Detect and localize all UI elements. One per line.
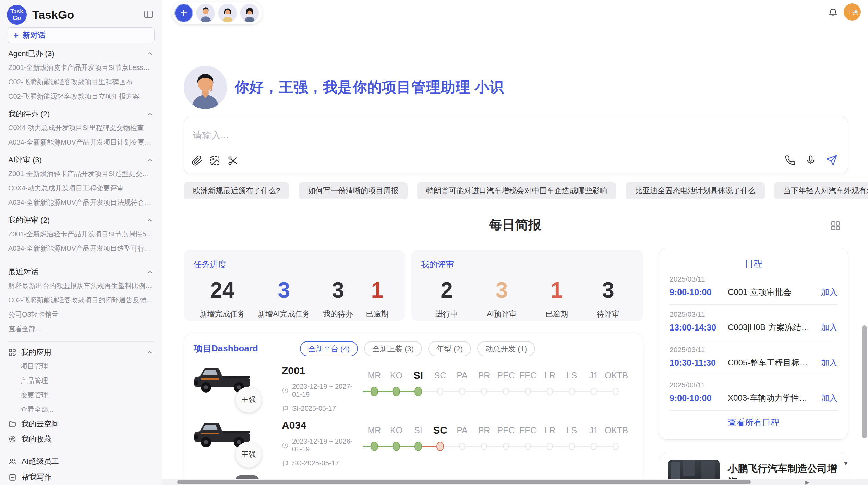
chevron-up-icon[interactable] <box>146 216 154 224</box>
dashboard-tab[interactable]: 年型 (2) <box>428 341 471 356</box>
join-link[interactable]: 加入 <box>821 287 837 298</box>
vertical-scrollbar-thumb[interactable] <box>862 325 867 438</box>
send-icon[interactable] <box>826 154 837 167</box>
milestone-label: LS <box>561 369 583 382</box>
schedule-row: 9:00-10:00C001-立项审批会加入 <box>670 287 837 298</box>
chevron-up-icon[interactable] <box>146 110 154 118</box>
sidebar-section-header[interactable]: Agent已办 (3) <box>8 49 154 59</box>
suggestion-chip[interactable]: 当下年轻人对汽车外观有怎样的喜好趋势 <box>774 182 868 199</box>
suggestion-chip[interactable]: 如何写一份清晰的项目周报 <box>299 182 408 199</box>
conversation-item[interactable]: Z001-全新燃油轻卡产品开发项目SI节点属性5D文件评审 <box>8 227 154 241</box>
milestone-dot <box>591 388 597 395</box>
chat-input[interactable] <box>192 130 707 141</box>
suggestion-chip[interactable]: 比亚迪全固态电池计划具体说了什么 <box>626 182 765 199</box>
milestone-track: MRKOSISCPAPRPECFECLRLSJ1OKTB <box>363 369 627 398</box>
attachment-icon[interactable] <box>192 155 203 167</box>
join-link[interactable]: 加入 <box>821 393 837 403</box>
project-flag-milestone: SC-2025-05-17 <box>282 459 361 467</box>
chevron-up-icon[interactable] <box>146 156 154 164</box>
conversation-item[interactable]: Z001-全新燃油轻卡产品开发项目SI造型提交物评审 <box>8 166 154 181</box>
dashboard-tab[interactable]: 动总开发 (1) <box>477 341 535 356</box>
app-title: TaskGo <box>32 8 142 22</box>
conversation-item[interactable]: Z001-全新燃油皮卡产品开发项目SI节点Lesson Learn报告 <box>8 60 154 75</box>
phone-call-icon[interactable] <box>785 155 796 167</box>
sidebar-item-cloud-space[interactable]: 我的云空间 <box>8 416 154 432</box>
stat-label: 已逾期 <box>545 309 568 319</box>
sidebar-section-header-apps[interactable]: 我的应用 <box>8 347 154 358</box>
project-row[interactable]: 王强Z0012023-12-19 ~ 2027-01-19SI-2025-05-… <box>184 360 643 415</box>
conversation-item[interactable]: A034-全新新能源MUV产品开发项目法规符合性评审 <box>8 195 154 210</box>
scroll-right-arrow[interactable]: ▶ <box>805 479 809 485</box>
sidebar-section-header[interactable]: 我的评审 (2) <box>8 215 154 225</box>
dashboard-title: 项目Dashboard <box>194 343 258 355</box>
dashboard-tab[interactable]: 全新上装 (3) <box>364 341 422 356</box>
join-link[interactable]: 加入 <box>821 322 837 333</box>
app-item[interactable]: 查看全部... <box>8 402 154 416</box>
bell-icon <box>828 13 838 19</box>
recent-conversation-item[interactable]: 查看全部... <box>8 322 154 336</box>
user-avatar[interactable]: 王强 <box>844 3 861 21</box>
milestone-cell <box>495 439 517 453</box>
image-upload-icon[interactable] <box>209 155 220 167</box>
new-chat-button[interactable]: + 新对话 <box>8 27 155 43</box>
project-dashboard-card: 项目Dashboard 全新平台 (4)全新上装 (3)年型 (2)动总开发 (… <box>184 334 643 485</box>
sidebar-section-header[interactable]: 最近对话 <box>8 267 154 277</box>
sidebar-section-header[interactable]: 我的待办 (2) <box>8 109 154 119</box>
chevron-up-icon[interactable] <box>146 268 154 276</box>
layout-grid-icon[interactable] <box>830 220 841 233</box>
favorites-label: 我的收藏 <box>21 432 51 447</box>
sidebar-item-ai-super-staff[interactable]: AI超级员工 <box>8 453 154 469</box>
milestone-cell <box>495 385 517 398</box>
app-item[interactable]: 项目管理 <box>8 359 154 373</box>
sidebar-collapse-button[interactable] <box>142 8 155 22</box>
my-review-title: 我的评审 <box>421 259 634 270</box>
conversation-item[interactable]: C02-飞腾新能源轻客改款项目立项汇报方案 <box>8 89 154 103</box>
recent-conversation-item[interactable]: 公司Q3轻卡销量 <box>8 307 154 322</box>
suggestion-chip[interactable]: 特朗普可能对进口汽车增税会对中国车企造成哪些影响 <box>417 182 616 199</box>
logo-text-bottom: Go <box>13 15 21 21</box>
view-all-schedule-link[interactable]: 查看所有日程 <box>670 417 837 428</box>
agent-avatar-2[interactable] <box>218 4 237 22</box>
dashboard-tab[interactable]: 全新平台 (4) <box>300 341 358 356</box>
sidebar-item-help-me-write[interactable]: 帮我写作 <box>8 469 154 485</box>
join-link[interactable]: 加入 <box>821 357 837 368</box>
recent-title: 最近对话 <box>8 267 146 277</box>
horizontal-scrollbar-thumb[interactable] <box>177 480 751 484</box>
suggestion-chip[interactable]: 欧洲新规最近颁布了什么? <box>184 182 289 199</box>
milestone-cell <box>583 439 605 453</box>
app-item[interactable]: 产品管理 <box>8 373 154 388</box>
microphone-icon[interactable] <box>805 155 816 167</box>
conversation-item[interactable]: C0X4-动力总成开发项目工程变更评审 <box>8 181 154 195</box>
sidebar-section-header[interactable]: AI评审 (3) <box>8 155 154 165</box>
notifications-button[interactable] <box>828 8 838 19</box>
recent-conversation-item[interactable]: 解释最新出台的欧盟报废车法规再生塑料比例被调至15%... <box>8 278 154 293</box>
scroll-down-arrow[interactable]: ▼ <box>843 460 849 467</box>
chevron-up-icon[interactable] <box>146 349 154 356</box>
milestone-label: KO <box>385 369 407 382</box>
stat-label: 新增AI完成任务 <box>258 309 310 319</box>
conversation-item[interactable]: C02-飞腾新能源轻客改款项目里程碑画布 <box>8 75 154 89</box>
recent-conversation-item[interactable]: C02-飞腾新能源轻客改款项目的闭环通告反馈情况 <box>8 293 154 307</box>
divider <box>8 261 154 261</box>
sidebar-item-favorites[interactable]: 我的收藏 <box>8 432 154 447</box>
composer <box>184 117 848 173</box>
project-code: A034 <box>282 420 361 431</box>
app-item[interactable]: 变更管理 <box>8 388 154 402</box>
milestone-label: OKTB <box>605 369 627 382</box>
milestone-cell <box>407 385 429 398</box>
conversation-item[interactable]: A034-全新新能源MUV产品开发项目造型可行性评审 <box>8 241 154 256</box>
stat: 2进行中 <box>435 277 458 319</box>
add-agent-button[interactable]: + <box>174 4 193 22</box>
schedule-item: 2025/03/119:00-10:00C001-立项审批会加入 <box>670 270 837 305</box>
project-date-range: 2023-12-19 ~ 2026-01-19 <box>282 437 361 453</box>
milestone-label: LR <box>539 424 561 437</box>
scissors-icon[interactable] <box>227 155 238 167</box>
logo-text-top: Task <box>10 8 23 15</box>
chevron-up-icon[interactable] <box>146 50 154 58</box>
project-row[interactable]: 王强A0342023-12-19 ~ 2026-01-19SC-2025-05-… <box>184 415 643 470</box>
agent-avatar-1[interactable] <box>196 4 215 22</box>
agent-avatar-3[interactable] <box>240 4 259 22</box>
conversation-item[interactable]: C0X4-动力总成开发项目SI里程碑提交物检查 <box>8 121 154 135</box>
milestone-label: LR <box>539 369 561 382</box>
conversation-item[interactable]: A034-全新新能源MUV产品开发项目计划变更表编写 <box>8 135 154 149</box>
